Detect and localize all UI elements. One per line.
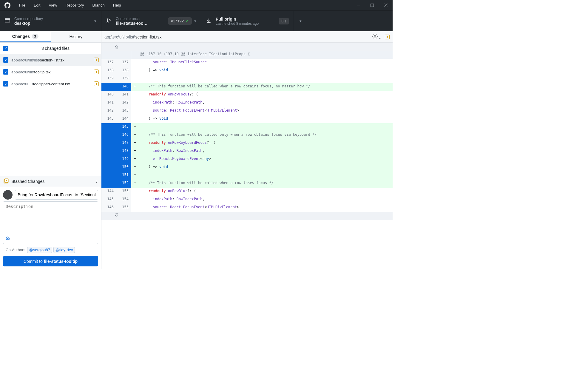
- menu-repository[interactable]: Repository: [61, 0, 88, 10]
- add-coauthor-button[interactable]: [3, 234, 98, 244]
- coauthor-token[interactable]: @sergiou87: [27, 247, 52, 253]
- svg-point-8: [109, 19, 111, 20]
- main-area: Changes 3 History ✓ 3 changed files ✓app…: [0, 31, 393, 269]
- coauthors-row: Co-Authors @sergiou87 @tidy-dev: [3, 246, 98, 254]
- svg-point-15: [116, 48, 116, 48]
- repository-caption: Current repository: [14, 17, 92, 21]
- file-path: app\src\ui\lib\tooltip.tsx: [11, 70, 91, 74]
- commit-summary-input[interactable]: [15, 190, 98, 200]
- changed-file-row[interactable]: ✓app\src\ui…\tooltipped-content.tsx: [0, 78, 101, 90]
- commit-description-box: [3, 201, 98, 244]
- changed-file-row[interactable]: ✓app\src\ui\lib\tooltip.tsx: [0, 66, 101, 78]
- diff-file-path: app\src\ui\lib\list\section-list.tsx: [104, 35, 161, 39]
- titlebar: FileEditViewRepositoryBranchHelp: [0, 0, 393, 10]
- maximize-button[interactable]: [365, 0, 379, 10]
- diff-settings-button[interactable]: ▾: [372, 33, 381, 40]
- file-checkbox[interactable]: ✓: [3, 69, 8, 75]
- menu-file[interactable]: File: [15, 0, 30, 10]
- tab-history[interactable]: History: [51, 31, 101, 42]
- diff-line[interactable]: 145+: [101, 123, 393, 131]
- svg-rect-11: [6, 180, 7, 181]
- tab-changes[interactable]: Changes 3: [0, 31, 51, 42]
- changed-files-list: ✓app\src\ui\lib\list\section-list.tsx✓ap…: [0, 54, 101, 90]
- diff-line[interactable]: 152+ /** This function will be called wh…: [101, 180, 393, 188]
- commit-form: Co-Authors @sergiou87 @tidy-dev Commit t…: [0, 187, 101, 269]
- modified-icon: [94, 70, 99, 74]
- changes-header: ✓ 3 changed files: [0, 43, 101, 54]
- menu-help[interactable]: Help: [109, 0, 125, 10]
- stash-icon: [4, 178, 9, 185]
- modified-icon: [385, 35, 390, 39]
- pr-number: #17192: [171, 19, 184, 23]
- diff-line[interactable]: 150+ ) => void: [101, 163, 393, 172]
- file-path: app\src\ui…\tooltipped-content.tsx: [11, 82, 91, 86]
- diff-line[interactable]: 138138 ) => void: [101, 67, 393, 75]
- svg-point-13: [374, 36, 376, 37]
- commit-description-input[interactable]: [3, 202, 98, 234]
- repository-dropdown[interactable]: Current repository desktop ▾: [0, 11, 101, 31]
- changed-file-row[interactable]: ✓app\src\ui\lib\list\section-list.tsx: [0, 54, 101, 66]
- file-checkbox[interactable]: ✓: [3, 81, 8, 87]
- pull-subtitle: Last fetched 8 minutes ago: [216, 21, 279, 26]
- diff-line[interactable]: 140+ /** This function will be called wh…: [101, 83, 393, 91]
- changes-count-badge: 3: [32, 34, 38, 39]
- diff-line[interactable]: 148+ indexPath: RowIndexPath,: [101, 147, 393, 155]
- changes-summary: 3 changed files: [11, 46, 100, 51]
- svg-point-17: [115, 214, 115, 214]
- svg-point-12: [7, 237, 8, 239]
- repository-icon: [5, 18, 10, 24]
- diff-line[interactable]: 146+ /** This function will be called on…: [101, 131, 393, 139]
- caret-down-icon: ▾: [194, 19, 196, 23]
- close-button[interactable]: [379, 0, 393, 10]
- sidebar-tabs: Changes 3 History: [0, 31, 101, 43]
- diff-line[interactable]: 139139: [101, 75, 393, 83]
- svg-rect-4: [5, 18, 10, 22]
- diff-line[interactable]: 146155 source: React.FocusEvent<HTMLDivE…: [101, 204, 393, 212]
- svg-point-18: [116, 214, 116, 214]
- expand-hunk[interactable]: [101, 212, 393, 220]
- diff-line[interactable]: 151+: [101, 172, 393, 180]
- pr-badge[interactable]: #17192 ✓: [168, 17, 192, 25]
- diff-line[interactable]: 145154 indexPath: RowIndexPath,: [101, 196, 393, 204]
- diff-line[interactable]: 142143 source: React.FocusEvent<HTMLDivE…: [101, 107, 393, 115]
- file-checkbox[interactable]: ✓: [3, 57, 8, 63]
- chevron-right-icon: ›: [96, 179, 98, 184]
- diff-line[interactable]: 144153 readonly onRowBlur?: (: [101, 188, 393, 196]
- minimize-button[interactable]: [351, 0, 365, 10]
- select-all-checkbox[interactable]: ✓: [3, 46, 8, 51]
- app-logo: [0, 2, 15, 8]
- sidebar: Changes 3 History ✓ 3 changed files ✓app…: [0, 31, 101, 269]
- pull-count-badge: 3 ↓: [279, 18, 289, 24]
- diff-line[interactable]: 137137 source: IMouseClickSource: [101, 59, 393, 67]
- branch-icon: [106, 18, 112, 24]
- diff-header: app\src\ui\lib\list\section-list.tsx ▾: [101, 31, 393, 43]
- diff-body[interactable]: @@ -137,10 +137,19 @@ interface ISection…: [101, 43, 393, 269]
- pull-down-icon: [206, 18, 212, 24]
- coauthor-token[interactable]: @tidy-dev: [53, 247, 75, 253]
- pull-origin-button[interactable]: Pull origin Last fetched 8 minutes ago 3…: [201, 11, 294, 31]
- avatar: [3, 190, 13, 200]
- repository-name: desktop: [14, 21, 92, 26]
- diff-line[interactable]: 149+ e: React.KeyboardEvent<any>: [101, 155, 393, 163]
- coauthors-label: Co-Authors: [6, 248, 25, 252]
- stashed-changes-row[interactable]: Stashed Changes ›: [0, 176, 101, 187]
- menu-view[interactable]: View: [44, 0, 61, 10]
- modified-icon: [94, 81, 99, 86]
- svg-point-16: [117, 48, 118, 48]
- diff-line[interactable]: 141142 indexPath: RowIndexPath,: [101, 99, 393, 107]
- caret-down-icon: ▾: [94, 19, 96, 23]
- diff-line[interactable]: 140141 readonly onRowFocus?: (: [101, 91, 393, 99]
- menu-edit[interactable]: Edit: [30, 0, 44, 10]
- check-icon: ✓: [186, 19, 189, 23]
- diff-line[interactable]: 147+ readonly onRowKeyboardFocus?: (: [101, 139, 393, 147]
- diff-line[interactable]: 143144 ) => void: [101, 115, 393, 123]
- branch-dropdown[interactable]: Current branch file-status-too… #17192 ✓…: [101, 11, 201, 31]
- commit-button[interactable]: Commit to file-status-tooltip: [3, 256, 98, 266]
- arrow-down-icon: ↓: [285, 19, 286, 23]
- svg-point-19: [117, 214, 118, 214]
- branch-name: file-status-too…: [116, 21, 165, 26]
- expand-hunk[interactable]: [101, 43, 393, 51]
- toolbar-more-dropdown[interactable]: ▾: [294, 11, 307, 31]
- stash-label: Stashed Changes: [11, 179, 44, 184]
- menu-branch[interactable]: Branch: [88, 0, 109, 10]
